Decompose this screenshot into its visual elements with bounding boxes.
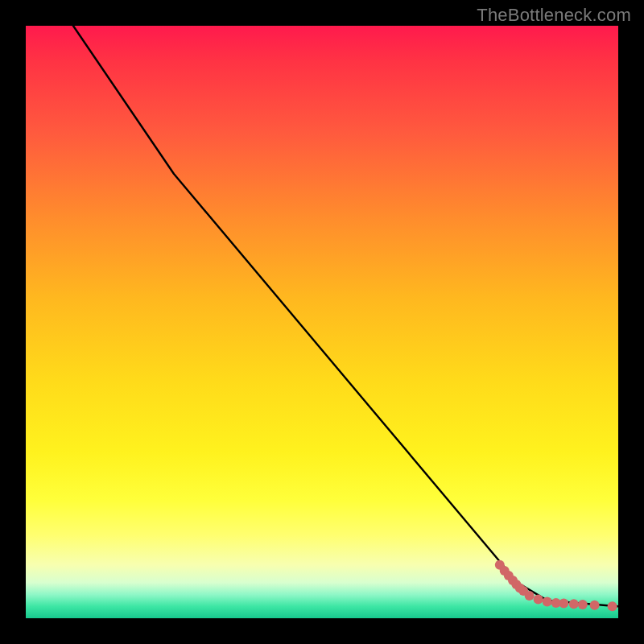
scatter-point	[559, 599, 568, 609]
chart-overlay	[26, 26, 618, 618]
chart-frame: TheBottleneck.com	[0, 0, 644, 644]
scatter-point	[525, 591, 535, 601]
scatter-point	[569, 599, 579, 609]
chart-scatter-group	[495, 560, 617, 612]
scatter-point	[578, 600, 588, 609]
scatter-point	[608, 601, 617, 611]
scatter-point	[543, 597, 552, 606]
chart-line	[73, 26, 618, 606]
scatter-point	[590, 601, 600, 610]
scatter-point	[534, 594, 543, 604]
watermark-text: TheBottleneck.com	[477, 5, 631, 26]
